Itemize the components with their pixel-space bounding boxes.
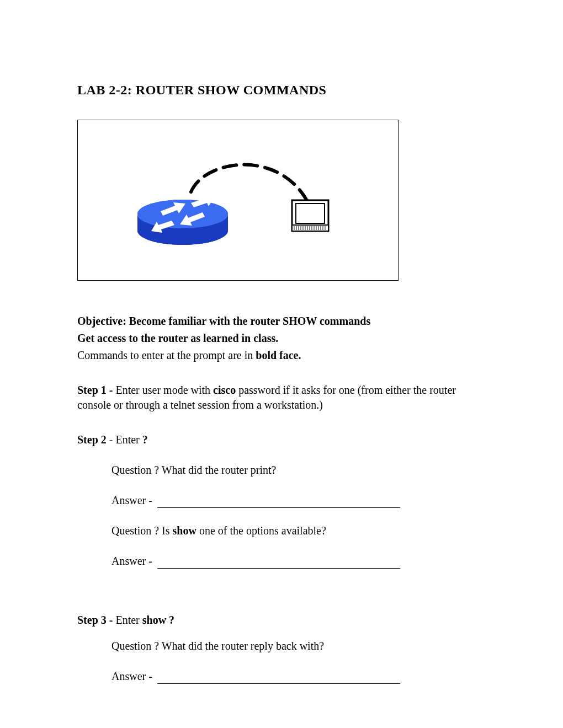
step-2-answer-1: Answer -: [111, 493, 486, 508]
objective-line1: Objective: Become familiar with the rout…: [77, 315, 370, 327]
answer-blank: [157, 672, 400, 684]
objective-block: Objective: Become familiar with the rout…: [77, 314, 486, 363]
document-page: LAB 2-2: ROUTER SHOW COMMANDS: [0, 0, 563, 728]
router-icon: [137, 195, 228, 245]
network-diagram: [77, 120, 399, 281]
commands-note: Commands to enter at the prompt are in b…: [77, 348, 486, 363]
step-2-heading: Step 2 - Enter ?: [77, 432, 486, 447]
step-3-question-1: Question ? What did the router reply bac…: [111, 639, 486, 654]
step-1: Step 1 - Enter user mode with cisco pass…: [77, 383, 486, 413]
answer-blank: [157, 557, 400, 569]
step-2-question-2: Question ? Is show one of the options av…: [111, 523, 486, 538]
step-2-qa: Question ? What did the router print? An…: [77, 463, 486, 569]
objective-line2: Get access to the router as learned in c…: [77, 332, 278, 344]
step-3-heading: Step 3 - Enter show ?: [77, 613, 486, 628]
step-2-answer-2: Answer -: [111, 554, 486, 569]
step-3-answer-1: Answer -: [111, 669, 486, 684]
step-3-qa: Question ? What did the router reply bac…: [77, 639, 486, 684]
diagram-svg: [78, 120, 398, 280]
step-1-text: Step 1 - Enter user mode with cisco pass…: [77, 383, 486, 413]
step-2-question-1: Question ? What did the router print?: [111, 463, 486, 478]
computer-icon: [292, 200, 328, 231]
step-2: Step 2 - Enter ? Question ? What did the…: [77, 432, 486, 569]
step-3: Step 3 - Enter show ? Question ? What di…: [77, 613, 486, 684]
page-title: LAB 2-2: ROUTER SHOW COMMANDS: [77, 83, 486, 98]
svg-rect-4: [296, 204, 325, 223]
answer-blank: [157, 496, 400, 508]
